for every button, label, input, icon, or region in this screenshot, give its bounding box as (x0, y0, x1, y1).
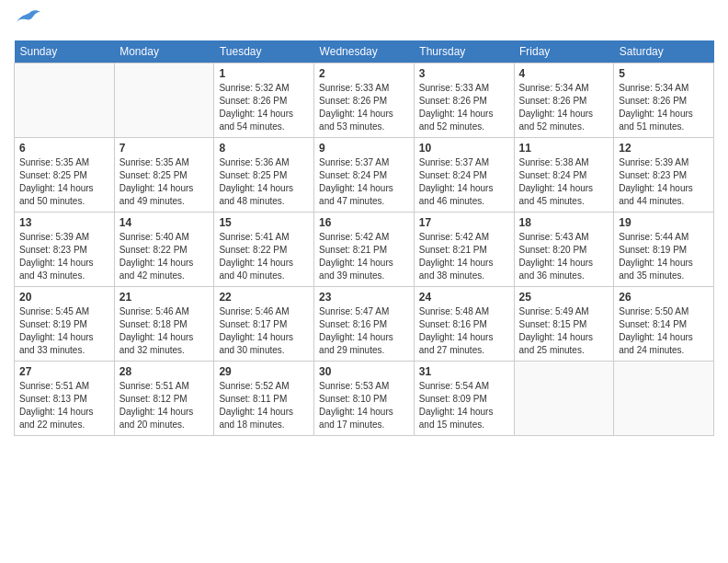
calendar-cell: 24Sunrise: 5:48 AMSunset: 8:16 PMDayligh… (414, 287, 514, 362)
calendar-cell: 1Sunrise: 5:32 AMSunset: 8:26 PMDaylight… (214, 63, 314, 138)
calendar-cell: 2Sunrise: 5:33 AMSunset: 8:26 PMDaylight… (314, 63, 415, 138)
day-info: Sunrise: 5:54 AMSunset: 8:09 PMDaylight:… (419, 380, 509, 431)
day-number: 9 (319, 142, 409, 155)
day-number: 10 (419, 142, 509, 155)
day-number: 16 (319, 216, 409, 229)
day-number: 19 (619, 216, 709, 229)
day-number: 24 (419, 291, 509, 304)
calendar-cell: 11Sunrise: 5:38 AMSunset: 8:24 PMDayligh… (514, 138, 614, 213)
day-info: Sunrise: 5:39 AMSunset: 8:23 PMDaylight:… (19, 231, 109, 282)
calendar-table: SundayMondayTuesdayWednesdayThursdayFrid… (14, 40, 714, 436)
day-info: Sunrise: 5:52 AMSunset: 8:11 PMDaylight:… (219, 380, 309, 431)
day-header-saturday: Saturday (614, 40, 714, 63)
calendar-cell: 28Sunrise: 5:51 AMSunset: 8:12 PMDayligh… (114, 362, 214, 436)
day-info: Sunrise: 5:34 AMSunset: 8:26 PMDaylight:… (519, 82, 609, 133)
day-info: Sunrise: 5:33 AMSunset: 8:26 PMDaylight:… (419, 82, 509, 133)
day-number: 8 (219, 142, 309, 155)
week-row-4: 20Sunrise: 5:45 AMSunset: 8:19 PMDayligh… (15, 287, 714, 362)
week-row-1: 1Sunrise: 5:32 AMSunset: 8:26 PMDaylight… (15, 63, 714, 138)
day-number: 6 (19, 142, 109, 155)
day-info: Sunrise: 5:40 AMSunset: 8:22 PMDaylight:… (119, 231, 210, 282)
day-number: 26 (619, 291, 709, 304)
calendar-cell: 29Sunrise: 5:52 AMSunset: 8:11 PMDayligh… (214, 362, 314, 436)
day-info: Sunrise: 5:46 AMSunset: 8:18 PMDaylight:… (119, 305, 210, 357)
calendar-cell: 9Sunrise: 5:37 AMSunset: 8:24 PMDaylight… (314, 138, 415, 213)
logo (14, 9, 42, 33)
calendar-cell: 3Sunrise: 5:33 AMSunset: 8:26 PMDaylight… (414, 63, 514, 138)
calendar-cell: 4Sunrise: 5:34 AMSunset: 8:26 PMDaylight… (514, 63, 614, 138)
day-info: Sunrise: 5:49 AMSunset: 8:15 PMDaylight:… (519, 305, 609, 357)
day-info: Sunrise: 5:37 AMSunset: 8:24 PMDaylight:… (319, 156, 409, 208)
calendar-cell: 12Sunrise: 5:39 AMSunset: 8:23 PMDayligh… (614, 138, 714, 213)
day-number: 2 (319, 67, 409, 80)
calendar-cell: 21Sunrise: 5:46 AMSunset: 8:18 PMDayligh… (114, 287, 214, 362)
calendar-cell: 5Sunrise: 5:34 AMSunset: 8:26 PMDaylight… (614, 63, 714, 138)
calendar-cell: 27Sunrise: 5:51 AMSunset: 8:13 PMDayligh… (15, 362, 115, 436)
calendar-cell: 8Sunrise: 5:36 AMSunset: 8:25 PMDaylight… (214, 138, 314, 213)
day-header-friday: Friday (514, 40, 614, 63)
day-number: 22 (219, 291, 309, 304)
day-header-thursday: Thursday (414, 40, 514, 63)
calendar-cell: 25Sunrise: 5:49 AMSunset: 8:15 PMDayligh… (514, 287, 614, 362)
day-number: 4 (519, 67, 609, 80)
calendar-cell: 15Sunrise: 5:41 AMSunset: 8:22 PMDayligh… (214, 213, 314, 287)
day-header-sunday: Sunday (15, 40, 115, 63)
calendar-cell: 13Sunrise: 5:39 AMSunset: 8:23 PMDayligh… (15, 213, 115, 287)
day-number: 5 (619, 67, 709, 80)
week-row-5: 27Sunrise: 5:51 AMSunset: 8:13 PMDayligh… (15, 362, 714, 436)
calendar-cell: 22Sunrise: 5:46 AMSunset: 8:17 PMDayligh… (214, 287, 314, 362)
calendar-cell (15, 63, 115, 138)
logo-bird-icon (17, 9, 42, 33)
day-info: Sunrise: 5:35 AMSunset: 8:25 PMDaylight:… (119, 156, 210, 208)
page-container: SundayMondayTuesdayWednesdayThursdayFrid… (0, 0, 728, 445)
day-info: Sunrise: 5:38 AMSunset: 8:24 PMDaylight:… (519, 156, 609, 208)
day-number: 3 (419, 67, 509, 80)
day-number: 25 (519, 291, 609, 304)
day-info: Sunrise: 5:45 AMSunset: 8:19 PMDaylight:… (19, 305, 109, 357)
calendar-cell: 19Sunrise: 5:44 AMSunset: 8:19 PMDayligh… (614, 213, 714, 287)
calendar-cell: 31Sunrise: 5:54 AMSunset: 8:09 PMDayligh… (414, 362, 514, 436)
day-info: Sunrise: 5:48 AMSunset: 8:16 PMDaylight:… (419, 305, 509, 357)
day-number: 1 (219, 67, 309, 80)
day-info: Sunrise: 5:36 AMSunset: 8:25 PMDaylight:… (219, 156, 309, 208)
day-info: Sunrise: 5:37 AMSunset: 8:24 PMDaylight:… (419, 156, 509, 208)
day-header-tuesday: Tuesday (214, 40, 314, 63)
calendar-cell: 7Sunrise: 5:35 AMSunset: 8:25 PMDaylight… (114, 138, 214, 213)
day-number: 12 (619, 142, 709, 155)
day-info: Sunrise: 5:34 AMSunset: 8:26 PMDaylight:… (619, 82, 709, 133)
day-number: 30 (319, 365, 409, 378)
day-number: 13 (19, 216, 109, 229)
day-info: Sunrise: 5:42 AMSunset: 8:21 PMDaylight:… (419, 231, 509, 282)
calendar-cell (514, 362, 614, 436)
day-number: 15 (219, 216, 309, 229)
calendar-cell: 10Sunrise: 5:37 AMSunset: 8:24 PMDayligh… (414, 138, 514, 213)
day-number: 23 (319, 291, 409, 304)
day-info: Sunrise: 5:50 AMSunset: 8:14 PMDaylight:… (619, 305, 709, 357)
calendar-cell: 6Sunrise: 5:35 AMSunset: 8:25 PMDaylight… (15, 138, 115, 213)
day-info: Sunrise: 5:51 AMSunset: 8:13 PMDaylight:… (19, 380, 109, 431)
day-number: 11 (519, 142, 609, 155)
day-number: 28 (119, 365, 210, 378)
page-header (14, 9, 714, 33)
day-number: 18 (519, 216, 609, 229)
day-number: 20 (19, 291, 109, 304)
day-info: Sunrise: 5:32 AMSunset: 8:26 PMDaylight:… (219, 82, 309, 133)
day-info: Sunrise: 5:35 AMSunset: 8:25 PMDaylight:… (19, 156, 109, 208)
day-number: 7 (119, 142, 210, 155)
calendar-cell (614, 362, 714, 436)
week-row-3: 13Sunrise: 5:39 AMSunset: 8:23 PMDayligh… (15, 213, 714, 287)
week-row-2: 6Sunrise: 5:35 AMSunset: 8:25 PMDaylight… (15, 138, 714, 213)
days-header-row: SundayMondayTuesdayWednesdayThursdayFrid… (15, 40, 714, 63)
day-header-wednesday: Wednesday (314, 40, 415, 63)
calendar-cell: 17Sunrise: 5:42 AMSunset: 8:21 PMDayligh… (414, 213, 514, 287)
calendar-header: SundayMondayTuesdayWednesdayThursdayFrid… (15, 40, 714, 63)
day-info: Sunrise: 5:46 AMSunset: 8:17 PMDaylight:… (219, 305, 309, 357)
calendar-cell: 26Sunrise: 5:50 AMSunset: 8:14 PMDayligh… (614, 287, 714, 362)
day-number: 17 (419, 216, 509, 229)
day-info: Sunrise: 5:44 AMSunset: 8:19 PMDaylight:… (619, 231, 709, 282)
day-info: Sunrise: 5:42 AMSunset: 8:21 PMDaylight:… (319, 231, 409, 282)
day-info: Sunrise: 5:43 AMSunset: 8:20 PMDaylight:… (519, 231, 609, 282)
day-number: 21 (119, 291, 210, 304)
calendar-cell: 16Sunrise: 5:42 AMSunset: 8:21 PMDayligh… (314, 213, 415, 287)
day-info: Sunrise: 5:39 AMSunset: 8:23 PMDaylight:… (619, 156, 709, 208)
